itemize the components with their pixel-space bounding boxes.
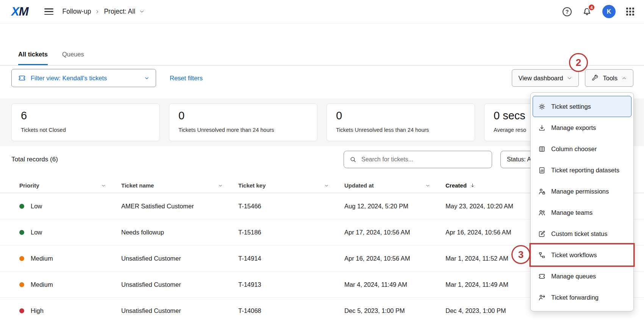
breadcrumb-project-selector[interactable]: Project: All (104, 8, 135, 16)
page: X M Follow-up Project: All ? 4 K (0, 0, 644, 322)
cell-updated-at: Apr 16, 2024, 10:56 AM (344, 255, 445, 262)
tools-button[interactable]: Tools (585, 69, 633, 87)
priority-dot (19, 256, 24, 261)
column-header-updated-at[interactable]: Updated at (344, 182, 445, 189)
menu-item-label: Ticket reporting datasets (551, 167, 619, 174)
cell-updated-at: Dec 5, 2023, 1:00 PM (344, 307, 445, 314)
column-label: Priority (19, 182, 39, 189)
stat-value: 0 (336, 109, 466, 122)
reset-filters-link[interactable]: Reset filters (170, 75, 203, 82)
chevron-down-icon (144, 75, 150, 81)
logo-x: X (11, 5, 19, 19)
cell-priority: Low (19, 229, 121, 236)
cell-ticket-name: Unsatisfied Customer (121, 307, 238, 314)
menu-item-ticket-workflows[interactable]: Ticket workflows (531, 244, 633, 266)
priority-dot (19, 230, 24, 235)
chevron-down-icon[interactable] (218, 183, 223, 188)
hamburger-menu-button[interactable] (44, 8, 53, 15)
wrench-icon (591, 74, 599, 82)
stat-card-not-closed: 6 Tickets not Closed (11, 103, 160, 141)
breadcrumb-section[interactable]: Follow-up (63, 8, 91, 16)
avatar[interactable]: K (602, 5, 616, 18)
filter-view-select[interactable]: Filter view: Kendall's tickets (11, 69, 156, 87)
edit-icon (538, 230, 546, 238)
download-icon (538, 124, 546, 132)
app-switcher-button[interactable] (626, 8, 634, 16)
chevron-down-icon[interactable] (425, 183, 430, 188)
top-actions: ? 4 K (563, 5, 634, 18)
gear-icon (538, 103, 546, 111)
menu-item-manage-teams[interactable]: Manage teams (531, 202, 633, 223)
ticket-icon (18, 74, 26, 82)
chevron-up-icon (621, 75, 627, 81)
stat-label: Tickets Unresolved more than 24 hours (178, 127, 308, 133)
menu-item-manage-exports[interactable]: Manage exports (531, 117, 633, 138)
cell-ticket-key: T-15466 (238, 203, 344, 210)
help-button[interactable]: ? (563, 7, 572, 16)
cell-priority: High (19, 307, 121, 314)
tab-queues[interactable]: Queues (62, 51, 84, 65)
stat-value: 0 (178, 109, 308, 122)
cell-ticket-key: T-14914 (238, 255, 344, 262)
priority-label: High (31, 307, 44, 314)
cell-updated-at: Apr 17, 2024, 10:56 AM (344, 229, 445, 236)
cell-ticket-key: T-15186 (238, 229, 344, 236)
menu-item-custom-ticket-status[interactable]: Custom ticket status (531, 223, 633, 244)
cell-priority: Medium (19, 255, 121, 262)
breadcrumb: Follow-up Project: All (63, 8, 145, 16)
top-bar: X M Follow-up Project: All ? 4 K (0, 0, 644, 23)
menu-item-label: Manage queues (551, 273, 596, 280)
cell-ticket-key: T-14913 (238, 281, 344, 288)
filter-view-label: Filter view: Kendall's tickets (31, 75, 139, 82)
menu-item-label: Custom ticket status (551, 230, 608, 238)
chevron-down-icon (567, 75, 572, 81)
annotation-step-2: 2 (569, 53, 588, 72)
chevron-down-icon[interactable] (139, 9, 145, 14)
annotation-step-3: 3 (511, 245, 530, 264)
menu-item-label: Manage teams (551, 209, 592, 216)
view-dashboard-label: View dashboard (518, 75, 563, 82)
priority-dot (19, 308, 24, 313)
tools-label: Tools (603, 75, 617, 82)
priority-label: Low (31, 229, 42, 236)
search-input[interactable] (361, 156, 486, 163)
notifications-button[interactable]: 4 (582, 7, 592, 16)
menu-item-manage-queues[interactable]: Manage queues (531, 266, 633, 287)
stat-value: 6 (21, 109, 150, 122)
menu-item-column-chooser[interactable]: Column chooser (531, 138, 633, 159)
tools-dropdown-menu: Ticket settings Manage exports Column ch… (530, 92, 634, 311)
column-header-ticket-name[interactable]: Ticket name (121, 182, 238, 189)
toolbar-actions: View dashboard Tools (512, 69, 633, 87)
priority-dot (19, 204, 24, 209)
priority-label: Medium (31, 281, 53, 288)
chevron-down-icon[interactable] (324, 183, 329, 188)
logo-m: M (19, 5, 28, 19)
menu-item-manage-permissions[interactable]: Manage permissions (531, 181, 633, 202)
cell-ticket-name: AMER Satisfied Customer (121, 203, 238, 210)
question-icon: ? (563, 7, 572, 16)
sort-descending-icon (470, 183, 475, 188)
stat-label: Tickets not Closed (21, 127, 150, 133)
report-icon (538, 166, 546, 174)
menu-item-label: Column chooser (551, 145, 597, 153)
cell-ticket-name: Unsatisfied Customer (121, 255, 238, 262)
column-header-ticket-key[interactable]: Ticket key (238, 182, 344, 189)
total-records-label: Total records (6) (11, 156, 58, 163)
cell-updated-at: Mar 4, 2024, 11:49 AM (344, 281, 445, 288)
view-dashboard-button[interactable]: View dashboard (512, 69, 579, 87)
chevron-right-icon (95, 9, 100, 14)
filter-bar: Filter view: Kendall's tickets Reset fil… (11, 69, 633, 87)
column-header-priority[interactable]: Priority (19, 182, 121, 189)
forward-person-icon (538, 294, 546, 302)
menu-item-ticket-reporting-datasets[interactable]: Ticket reporting datasets (531, 159, 633, 181)
tab-all-tickets[interactable]: All tickets (18, 51, 48, 65)
menu-item-ticket-forwarding[interactable]: Ticket forwarding (531, 287, 633, 308)
column-label: Ticket name (121, 182, 154, 189)
tab-bar: All tickets Queues (0, 41, 644, 66)
menu-item-label: Ticket settings (551, 103, 591, 110)
menu-item-label: Ticket forwarding (551, 294, 599, 301)
menu-item-ticket-settings[interactable]: Ticket settings (533, 96, 631, 117)
cell-priority: Medium (19, 281, 121, 288)
grid-icon (626, 8, 634, 16)
chevron-down-icon[interactable] (101, 183, 106, 188)
